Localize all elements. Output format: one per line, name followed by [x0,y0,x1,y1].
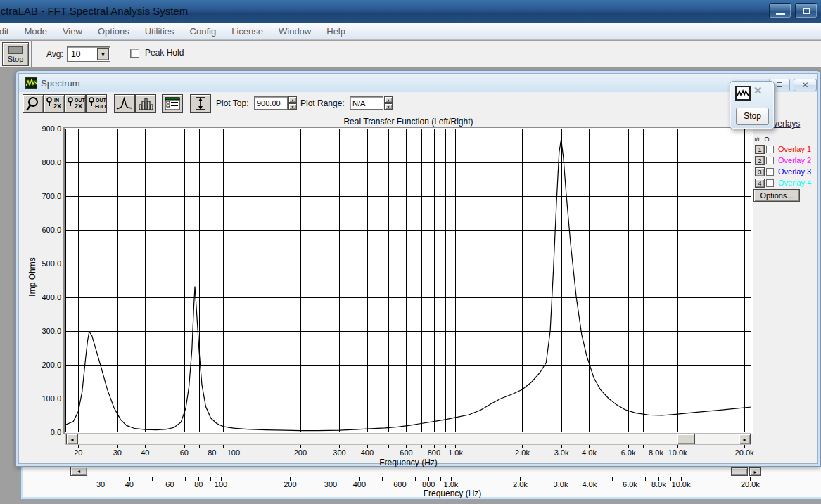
spectrum-close-button[interactable]: ✕ [794,79,817,91]
y-tick-label: 600.0 [42,226,61,234]
bg-x-tick-label: 800 [422,480,435,489]
scroll-right-arrow[interactable]: ▸ [739,434,751,444]
overlay-checkbox-2[interactable] [766,157,774,164]
overlay-options-button[interactable]: Options... [753,189,800,202]
x-tick-label: 300 [333,448,345,457]
floating-control-window: ✕ Stop [730,81,775,129]
bg-x-tick-label: 4.0k [582,480,597,489]
bg-scroll-left-arrow[interactable]: ◂ [70,467,87,476]
plot-range-spinner[interactable]: ▲▼ [384,96,393,110]
minimize-button[interactable] [769,3,791,18]
plot-top-spinner[interactable]: ▲▼ [288,96,297,110]
floating-stop-label: Stop [744,111,761,121]
scroll-thumb[interactable] [677,434,695,444]
overlay-store-button-3[interactable]: 3 [755,167,765,176]
spectrum-window-inner: Spectrum ✕ IN 2X [18,73,818,464]
menu-item-config[interactable]: Config [182,26,224,37]
spectrum-titlebar: Spectrum ✕ [19,74,817,92]
x-tick-label: 8.0k [649,448,663,457]
zoom-out-full-button[interactable]: OUT FULL [86,94,107,113]
bg-x-tick-label: 8.0k [651,480,666,489]
overlay-checkbox-1[interactable] [766,146,774,153]
restore-button[interactable] [795,3,817,18]
x-tick-label: 30 [113,448,122,457]
plot-range-input[interactable]: N/A [350,96,383,110]
line-plot-icon [115,95,134,112]
zoom-out-2x-button[interactable]: OUT 2X [65,94,86,113]
overlay-checkbox-3[interactable] [766,168,774,176]
menu-item-mode[interactable]: Mode [16,26,55,37]
menu-item-window[interactable]: Window [271,26,319,37]
plot-top-input[interactable]: 900.00 [254,96,288,110]
bg-x-tick-mark [152,477,153,481]
overlay-on-column-header: O [763,136,770,141]
overlay-label-3: Overlay 3 [778,167,811,176]
x-tick-label: 10.0k [668,448,687,457]
combo-dropdown-icon[interactable]: ▼ [97,48,109,60]
plot-border [66,129,751,432]
x-tick-label: 400 [361,448,374,457]
zoom-in-2x-button[interactable]: IN 2X [44,94,65,113]
menu-item-help[interactable]: Help [319,26,353,37]
menu-item-view[interactable]: View [55,26,90,37]
line-plot-mode-button[interactable] [114,94,135,113]
plot-range-value: N/A [352,99,365,108]
menu-item-edit[interactable]: Edit [0,26,16,37]
bg-x-tick-mark [645,477,646,481]
overlay-label-4: Overlay 4 [778,179,811,187]
y-tick-label: 500.0 [42,259,61,268]
x-tick-label: 4.0k [582,448,597,457]
x-tick-label: 80 [208,448,216,457]
y-tick-label: 200.0 [42,361,61,369]
plot-hscrollbar[interactable]: ◂ ▸ [65,433,751,445]
bar-plot-mode-button[interactable] [135,94,156,113]
vertical-scale-button[interactable] [190,94,211,113]
bg-scroll-thumb[interactable] [731,467,748,476]
y-tick-label: 0.0 [51,428,61,437]
bg-x-tick-mark [612,477,613,481]
zoom-out-icon [67,97,75,107]
spectrum-window-title: Spectrum [41,78,80,89]
waveform-icon [735,86,751,101]
overlay-store-button-1[interactable]: 1 [755,145,765,154]
plot-top-label: Plot Top: [216,98,248,108]
bg-x-tick-mark [415,477,416,481]
chart-title: Real Transfer Function (Left/Right) [65,117,751,127]
floating-close-icon[interactable]: ✕ [753,84,763,97]
overlay-store-button-2[interactable]: 2 [755,156,765,165]
zoom-tool-button[interactable] [23,94,44,113]
x-tick-label: 800 [428,448,440,457]
bg-x-tick-label: 80 [194,480,203,489]
peak-hold-checkbox[interactable] [130,49,139,58]
toolbar-divider [31,41,32,67]
main-toolbar: Stop Avg: 10 ▼ Peak Hold [0,41,821,68]
plot-range-label: Plot Range: [300,98,345,108]
avg-combobox[interactable]: 10 ▼ [67,46,110,62]
x-tick-label: 40 [141,448,149,457]
overlay-store-button-4[interactable]: 4 [755,179,765,188]
stop-button[interactable]: Stop [2,42,29,66]
x-tick-label: 200 [294,448,307,457]
menu-item-options[interactable]: Options [90,26,137,37]
bg-x-tick-mark [185,477,186,481]
scroll-left-arrow[interactable]: ◂ [66,434,78,444]
stop-icon [8,46,23,54]
menu-item-license[interactable]: License [224,26,271,37]
bg-scroll-right-arrow[interactable]: ▸ [749,467,761,476]
restore-icon [803,8,810,14]
y-tick-label: 100.0 [42,394,61,403]
y-tick-label: 400.0 [42,293,61,302]
x-tick-label: 2.0k [515,448,530,457]
floating-stop-button[interactable]: Stop [736,108,769,125]
bg-x-tick-label: 10.0k [672,480,691,489]
avg-value: 10 [71,49,80,59]
display-options-button[interactable] [162,94,183,113]
spectrum-close-icon: ✕ [801,80,808,90]
bg-x-tick-label: 6.0k [623,480,637,489]
menu-item-utilities[interactable]: Utilities [137,26,182,37]
y-axis-title: Imp Ohms [27,242,37,312]
bar-plot-icon [136,95,155,112]
overlay-checkbox-4[interactable] [766,179,774,187]
bg-x-tick-label: 2.0k [513,480,528,489]
y-tick-label: 900.0 [42,124,61,133]
